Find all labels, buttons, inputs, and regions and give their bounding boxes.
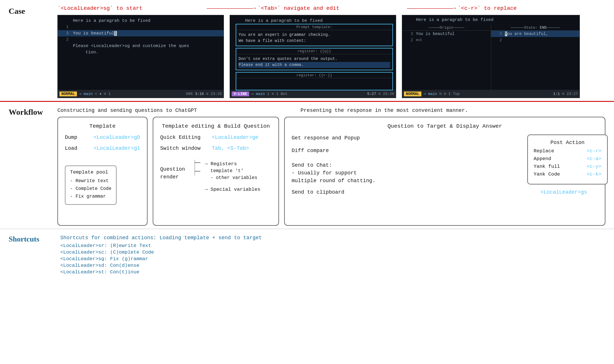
case-step2: `<Tab>` navigate and edit [257,5,405,11]
shortcuts-label: Shortcuts [9,235,52,275]
terminal-3: Here is a paragrah to be fixed ─────Orig… [402,15,580,98]
case-arrow1: ——————————————→ [207,5,256,11]
yank-full-shortcut: <c-y> [587,164,601,169]
workflow-col2: Template editing & Build Question Quick … [153,117,279,226]
case-step3: `<c-r>` to replace [458,5,605,11]
terminal-3-statusbar: NORMAL ⇒ main h ⊙ 1 Top 1:1 ⊙ 23:27 [402,90,580,98]
quick-edit-shortcut: <LocalLeader>ge [212,135,258,140]
row-send-chat: Send to Chat: - Usually for support mult… [292,161,541,185]
pool-item-2: - Fix grammar [70,193,111,201]
terminal-1-statusbar: NORMAL ⇒ main < ♦ ⊙ 1 60% 3:16 ⊙ 23:25 [58,90,224,98]
switch-shortcut: Tab, <S-Tab> [212,145,249,151]
question-render-label: Question render [160,160,200,181]
shortcut-2: <LocalLeader>sg: Fix (g)rammar [60,256,605,262]
append-label: Append [534,156,551,161]
dump-label: Dump [65,135,94,140]
post-action-title: Post Action [534,140,601,145]
shortcut-0: <LocalLeader>sr: (R)ewrite Text [60,243,605,248]
case-section: Case `<LocalLeader>sg` to start ————————… [0,0,614,101]
case-label: Case [9,7,25,16]
pool-item-0: - Rewrite text [70,177,111,185]
col1-title: Template [65,123,140,129]
post-action-box: Post Action Replace <c-r> Append <c-a> Y… [527,135,608,184]
replace-shortcut: <c-r> [587,148,601,154]
registers-label: → Registers [205,161,257,167]
switch-label: Switch window [160,145,212,151]
row-clipboard: Send to clipboard [292,189,541,196]
template-pool-box: Template pool - Rewrite text - Complete … [65,166,117,205]
terminal-2-statusbar: V-LINE ⇒ main 1 ⊙ 1 Bot 5:27 ⊙ 23:26 [230,90,396,98]
replace-label: Replace [534,148,554,154]
dump-shortcut: <LocalLeader>gD [94,135,140,140]
shortcuts-section: Shortcuts Shortcuts for combined actions… [0,229,614,281]
load-label: Load [65,145,94,151]
pool-title: Template pool [70,170,111,175]
case-arrow2: ——————————————→ [407,5,456,11]
shortcut-4: <LocalLeader>st: Con(t)inue [60,269,605,275]
load-shortcut: <LocalLeader>gl [94,145,140,151]
workflow-subtitle-left: Constructing and sending questions to Ch… [57,108,292,113]
workflow-subtitle-right: Presenting the response in the most conv… [298,108,605,113]
quick-edit-label: Quick Editing [160,135,212,140]
col3-title: Question to Target & Display Answer [292,123,598,129]
terminal-1: Here is a paragrah to be fixed 1 3 You i… [57,15,224,98]
yank-full-label: Yank full [534,164,560,169]
shortcut-gs: <LocalLeader>gs [541,189,598,195]
register-t: template 't' [210,168,257,174]
col2-title: Template editing & Build Question [160,123,272,129]
other-vars: - other variables [210,175,257,180]
shortcuts-title: Shortcuts for combined actions: Loading … [60,235,605,241]
terminal-2: Here is a paragrah to be fixed 2 est Pro… [230,15,396,98]
shortcut-3: <LocalLeader>sd: Con(d)ense [60,263,605,268]
workflow-section: Workflow Constructing and sending questi… [0,101,614,229]
append-shortcut: <c-a> [587,156,601,161]
shortcut-1: <LocalLeader>sc: (C)omplete Code [60,250,605,255]
special-vars: → Special variables [205,187,260,192]
case-step1: `<LocalLeader>sg` to start [57,5,205,11]
yank-code-shortcut: <c-k> [587,172,601,177]
pool-item-1: - Complete Code [70,185,111,193]
workflow-label: Workflow [9,108,43,116]
shortcuts-list: <LocalLeader>sr: (R)ewrite Text <LocalLe… [60,243,605,275]
workflow-col3: Question to Target & Display Answer Get … [284,117,605,226]
row-diff-compare: Diff compare [292,147,541,154]
yank-code-label: Yank Code [534,172,560,177]
shortcuts-content: Shortcuts for combined actions: Loading … [60,235,605,275]
workflow-col1: Template Dump <LocalLeader>gD Load <Loca… [57,117,148,226]
row-get-response: Get response and Popup [292,135,541,142]
